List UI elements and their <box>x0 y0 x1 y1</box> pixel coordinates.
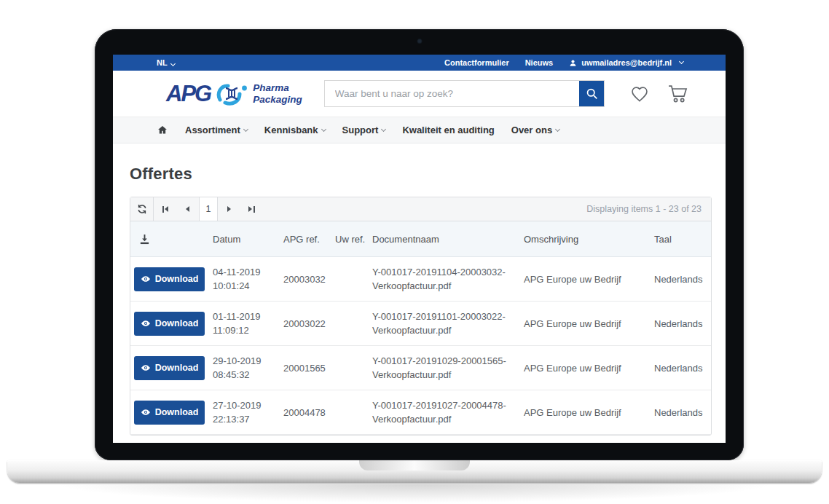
nav-item[interactable]: Kennisbank <box>264 125 326 135</box>
cell-apg-ref: 20003022 <box>283 318 335 329</box>
column-header-uw-ref: Uw ref. <box>335 234 372 245</box>
cell-date: 04-11-2019 <box>213 265 283 280</box>
nav-item-label: Kwaliteit en auditing <box>402 125 494 135</box>
eye-icon <box>141 274 151 284</box>
table-row: Download 29-10-2019 08:45:32 20001565 Y-… <box>130 346 711 390</box>
chevron-down-icon <box>243 127 248 132</box>
download-button[interactable]: Download <box>134 401 205 425</box>
download-button-label: Download <box>155 363 199 373</box>
nav-item[interactable]: Kwaliteit en auditing <box>402 125 494 135</box>
heart-icon <box>629 84 650 103</box>
cell-date: 27-10-2019 <box>213 398 283 413</box>
cell-taal: Nederlands <box>654 407 711 418</box>
table-row: Download 27-10-2019 22:13:37 20004478 Y-… <box>130 390 711 435</box>
cart-icon <box>667 84 689 103</box>
column-header-apg-ref: APG ref. <box>283 234 335 245</box>
webcam <box>417 39 422 44</box>
chevron-down-icon <box>555 127 560 132</box>
home-icon <box>157 125 168 135</box>
download-button[interactable]: Download <box>134 356 205 380</box>
download-button[interactable]: Download <box>134 312 205 336</box>
search-button[interactable] <box>579 81 604 106</box>
download-all-icon[interactable] <box>139 234 150 245</box>
eye-icon <box>141 407 151 417</box>
cell-documentnaam: Y-001017-20191104-20003032-Verkoopfactuu… <box>372 265 524 294</box>
grid-toolbar: 1 Displaying items 1 - 23 of 23 <box>130 197 711 221</box>
refresh-icon <box>137 204 147 214</box>
table-body: Download 04-11-2019 10:01:24 20003032 Y-… <box>130 257 711 435</box>
language-selector[interactable]: NL <box>157 58 175 67</box>
last-page-icon <box>248 206 252 212</box>
search-input[interactable] <box>325 81 579 106</box>
chevron-down-icon <box>170 61 176 66</box>
documents-grid: 1 Displaying items 1 - 23 of 23 Datu <box>130 197 712 436</box>
cell-taal: Nederlands <box>654 363 711 374</box>
logo-line1: Pharma <box>253 82 289 93</box>
cell-datum: 29-10-2019 08:45:32 <box>213 354 283 382</box>
cell-datum: 01-11-2019 11:09:12 <box>213 310 283 338</box>
user-email: uwmailadres@bedrijf.nl <box>581 58 672 67</box>
next-page-button[interactable] <box>218 197 240 221</box>
nav-item[interactable]: Over ons <box>511 125 559 135</box>
column-header-documentnaam: Documentnaam <box>372 234 524 245</box>
user-icon <box>569 59 577 67</box>
column-header-taal: Taal <box>654 234 711 245</box>
laptop-lid-notch <box>359 460 470 470</box>
cell-date: 29-10-2019 <box>213 354 283 369</box>
utility-topbar: NL Contactformulier Nieuws uwmailadres@b… <box>113 55 726 71</box>
cell-omschrijving: APG Europe uw Bedrijf <box>524 363 654 374</box>
download-button[interactable]: Download <box>134 267 205 291</box>
logo-acronym: APG <box>166 81 211 107</box>
chevron-down-icon <box>321 127 326 132</box>
last-page-button[interactable] <box>240 197 263 221</box>
refresh-button[interactable] <box>130 197 154 221</box>
contact-form-link[interactable]: Contactformulier <box>444 58 509 67</box>
user-account-menu[interactable]: uwmailadres@bedrijf.nl <box>569 58 683 67</box>
download-button-label: Download <box>155 274 199 284</box>
cell-datum: 04-11-2019 10:01:24 <box>213 265 283 294</box>
cell-taal: Nederlands <box>654 318 711 329</box>
chevron-down-icon <box>679 59 684 64</box>
wishlist-button[interactable] <box>629 84 650 103</box>
news-link[interactable]: Nieuws <box>525 58 554 67</box>
laptop-reflection <box>44 484 785 503</box>
current-page-number: 1 <box>206 204 211 214</box>
cart-button[interactable] <box>667 84 689 103</box>
language-label: NL <box>157 58 168 67</box>
nav-item[interactable]: Assortiment <box>185 125 248 135</box>
cell-apg-ref: 20003032 <box>283 274 335 285</box>
dna-logo-icon <box>215 81 248 107</box>
cell-time: 11:09:12 <box>213 323 283 338</box>
cell-documentnaam: Y-001017-20191101-20003022-Verkoopfactuu… <box>372 310 524 338</box>
nav-item-label: Assortiment <box>185 125 240 135</box>
main-navigation: Assortiment Kennisbank Support Kwaliteit… <box>113 117 726 143</box>
first-page-icon <box>162 206 164 213</box>
first-page-button[interactable] <box>154 197 176 221</box>
cell-time: 08:45:32 <box>213 368 283 382</box>
cell-time: 10:01:24 <box>213 279 283 294</box>
nav-item[interactable]: Support <box>342 125 386 135</box>
current-page-indicator: 1 <box>199 197 218 221</box>
site-header: APG Pharma Packaging <box>113 71 726 117</box>
search-bar <box>324 80 605 107</box>
laptop-mockup: NL Contactformulier Nieuws uwmailadres@b… <box>95 29 744 460</box>
site-logo[interactable]: APG Pharma Packaging <box>166 81 302 107</box>
nav-home[interactable] <box>157 125 168 135</box>
cell-time: 22:13:37 <box>213 412 283 427</box>
page-title: Offertes <box>130 165 712 184</box>
table-row: Download 01-11-2019 11:09:12 20003022 Y-… <box>130 302 711 346</box>
chevron-down-icon <box>381 127 386 132</box>
browser-viewport: NL Contactformulier Nieuws uwmailadres@b… <box>113 55 726 443</box>
cell-date: 01-11-2019 <box>213 310 283 324</box>
cell-documentnaam: Y-001017-20191027-20004478-Verkoopfactuu… <box>372 398 524 427</box>
cell-omschrijving: APG Europe uw Bedrijf <box>524 407 654 418</box>
search-icon <box>586 87 598 100</box>
cell-datum: 27-10-2019 22:13:37 <box>213 398 283 427</box>
table-header-row: Datum APG ref. Uw ref. Documentnaam Omsc… <box>130 221 711 257</box>
logo-text: Pharma Packaging <box>253 82 302 104</box>
previous-page-button[interactable] <box>176 197 199 221</box>
eye-icon <box>141 363 151 373</box>
column-header-omschrijving: Omschrijving <box>524 234 654 245</box>
logo-line2: Packaging <box>253 94 302 105</box>
table-row: Download 04-11-2019 10:01:24 20003032 Y-… <box>130 257 711 302</box>
